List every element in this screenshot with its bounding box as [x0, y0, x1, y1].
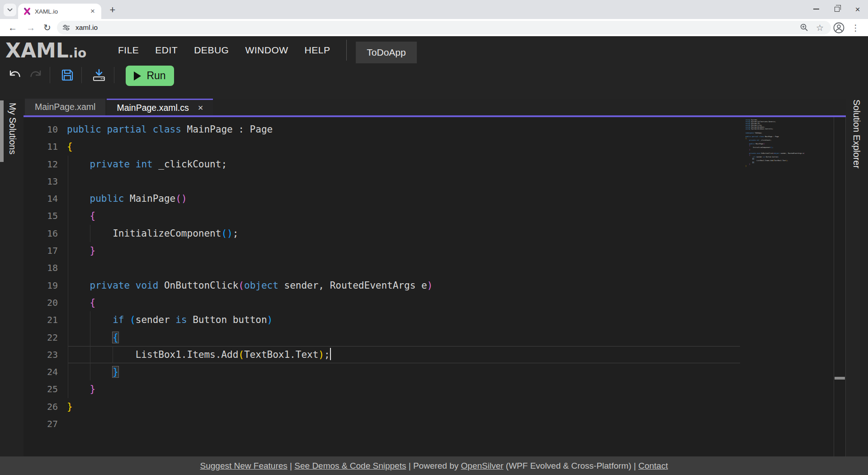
- window-restore-button[interactable]: [826, 0, 847, 18]
- code-token: _clickCount;: [760, 139, 772, 141]
- code-token: private: [749, 152, 755, 154]
- profile-avatar-icon[interactable]: [833, 22, 844, 33]
- address-bar[interactable]: xaml.io ☆: [57, 21, 831, 34]
- my-solutions-panel-label[interactable]: My Solutions: [7, 103, 18, 155]
- code-line-13[interactable]: [67, 173, 835, 190]
- line-number: 12: [24, 156, 58, 173]
- window-minimize-button[interactable]: [806, 0, 826, 18]
- code-line-11[interactable]: {: [67, 138, 835, 155]
- tab-mainpage.xaml.cs[interactable]: MainPage.xaml.cs×: [107, 99, 213, 115]
- menu-window[interactable]: WINDOW: [245, 45, 288, 56]
- current-line-highlight: [68, 346, 740, 363]
- code-line-23[interactable]: ListBox1.Items.Add(TextBox1.Text);: [67, 346, 835, 363]
- run-button[interactable]: Run: [126, 66, 174, 86]
- new-tab-button[interactable]: +: [107, 5, 118, 16]
- footer-separator: | Powered by: [406, 461, 461, 470]
- code-token: Button button: [187, 314, 267, 325]
- zoom-icon[interactable]: [800, 23, 809, 32]
- code-editor[interactable]: 101112131415161718192021222324252627 pub…: [24, 117, 846, 456]
- editor-tab-close-icon[interactable]: ×: [198, 103, 203, 113]
- restore-icon: [835, 7, 840, 12]
- tab-close-icon[interactable]: ×: [89, 7, 97, 15]
- code-token: ;: [787, 160, 788, 162]
- back-icon[interactable]: ←: [8, 23, 17, 33]
- menu-edit[interactable]: EDIT: [155, 45, 178, 56]
- code-token: void: [757, 152, 760, 154]
- redo-icon: [29, 68, 43, 82]
- indent-guide: [68, 259, 68, 276]
- code-line-12[interactable]: private int _clickCount;: [67, 156, 835, 173]
- code-token: OnButtonClick: [760, 152, 774, 154]
- footer-link[interactable]: Suggest New Features: [200, 461, 288, 470]
- code-token: [67, 210, 90, 221]
- site-settings-icon[interactable]: [62, 24, 70, 31]
- menu-file[interactable]: FILE: [118, 45, 139, 56]
- code-token: }: [745, 165, 746, 167]
- code-line-15[interactable]: {: [67, 207, 835, 224]
- code-token: partial: [752, 136, 758, 138]
- menu-help[interactable]: HELP: [305, 45, 330, 56]
- forward-icon[interactable]: →: [26, 23, 35, 33]
- browser-menu-icon[interactable]: ⋮: [851, 22, 860, 33]
- solution-explorer-panel-label[interactable]: Solution Explorer: [851, 100, 862, 168]
- browser-tab[interactable]: XAML.io ×: [18, 4, 101, 19]
- code-line-10[interactable]: public partial class MainPage : Page: [67, 121, 835, 138]
- browser-tabstrip: XAML.io × + ×: [0, 0, 868, 19]
- indent-guide: [68, 207, 68, 224]
- code-token: MainPage: [755, 143, 763, 145]
- save-button[interactable]: [60, 68, 75, 82]
- indent-guide: [68, 225, 68, 242]
- tab-search-button[interactable]: [4, 4, 16, 16]
- footer-link[interactable]: OpenSilver: [461, 461, 504, 470]
- minimap-border: [834, 117, 834, 456]
- undo-icon: [7, 68, 22, 82]
- footer-link[interactable]: See Demos & Code Snippets: [294, 461, 406, 470]
- minimap[interactable]: using System;using System.Collections.Ge…: [745, 119, 833, 169]
- code-line-19[interactable]: private void OnButtonClick(object sender…: [67, 277, 835, 294]
- line-number: 26: [24, 398, 58, 415]
- panel-collapse-handle[interactable]: [0, 100, 4, 162]
- code-line-17[interactable]: }: [67, 242, 835, 259]
- code-line-14[interactable]: public MainPage(): [67, 190, 835, 207]
- minimap-line: [745, 167, 833, 169]
- code-line-26[interactable]: }: [67, 398, 835, 415]
- code-line-21[interactable]: if (sender is Button button): [67, 311, 835, 328]
- code-line-27[interactable]: [67, 415, 835, 432]
- code-line-24[interactable]: }: [67, 363, 835, 380]
- code-token: (): [221, 228, 232, 239]
- code-line-22[interactable]: {: [67, 329, 835, 346]
- code-line-25[interactable]: }: [67, 380, 835, 398]
- play-icon: [134, 71, 141, 81]
- code-token: namespace: [745, 132, 754, 134]
- code-token: void: [136, 280, 159, 291]
- window-close-button[interactable]: ×: [847, 0, 868, 18]
- code-token: sender, RoutedEventArgs e: [780, 152, 804, 154]
- footer-link[interactable]: Contact: [638, 461, 668, 470]
- code-token: ToDoApp;: [754, 132, 762, 134]
- code-line-20[interactable]: {: [67, 294, 835, 311]
- browser-tab-title: XAML.io: [35, 8, 89, 15]
- tab-mainpage.xaml[interactable]: MainPage.xaml: [25, 99, 105, 115]
- undo-button[interactable]: [7, 68, 22, 82]
- app-header: XAML.io FILEEDITDEBUGWINDOWHELP ToDoApp: [0, 36, 868, 64]
- code-token: partial: [107, 124, 147, 135]
- code-line-16[interactable]: InitializeComponent();: [67, 225, 835, 242]
- code-token: [124, 314, 130, 325]
- redo-button[interactable]: [29, 68, 43, 82]
- toolbar-divider: [50, 67, 50, 83]
- project-name-button[interactable]: ToDoApp: [356, 42, 417, 63]
- code-line-18[interactable]: [67, 259, 835, 276]
- xamlio-logo[interactable]: XAML.io: [5, 39, 86, 62]
- indent-guide: [90, 311, 90, 328]
- line-number-gutter: 101112131415161718192021222324252627: [24, 121, 67, 432]
- download-button[interactable]: [92, 68, 106, 82]
- bookmark-star-icon[interactable]: ☆: [816, 23, 824, 33]
- toolbar-divider: [114, 67, 114, 83]
- indent-guide: [90, 225, 90, 242]
- scrollbar-marker[interactable]: [835, 377, 845, 380]
- indent-guide: [113, 346, 113, 363]
- reload-icon[interactable]: ↻: [43, 22, 51, 33]
- menu-debug[interactable]: DEBUG: [194, 45, 229, 56]
- code-token: sender: [136, 314, 176, 325]
- url-text[interactable]: xaml.io: [75, 24, 800, 32]
